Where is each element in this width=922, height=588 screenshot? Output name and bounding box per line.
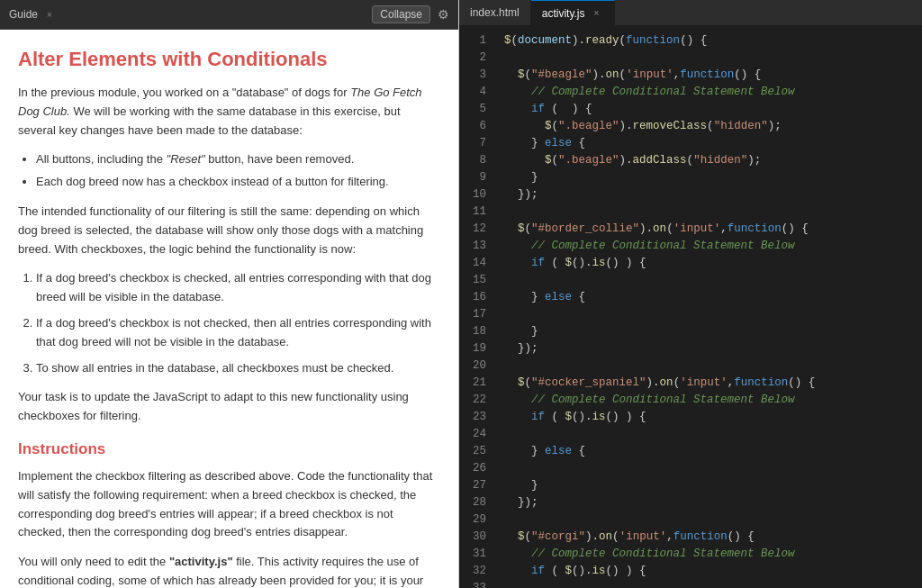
tab-activity-js[interactable]: activity.js × [531,0,615,25]
guide-intro2: The intended functionality of our filter… [18,203,440,258]
editor-tab-bar: index.html activity.js × [459,0,922,25]
code-editor[interactable]: 12345 678910 1112131415 1617181920 21222… [459,25,922,588]
edit-note: You will only need to edit the "activity… [18,553,440,588]
guide-tab-close[interactable]: × [43,8,56,21]
line-numbers: 12345 678910 1112131415 1617181920 21222… [459,25,495,588]
activity-tab-close[interactable]: × [591,7,603,20]
tab-index-html[interactable]: index.html [459,0,531,25]
code-content: $(document).ready(function() { $("#beagl… [495,25,922,588]
guide-outro: Your task is to update the JavaScript to… [18,388,440,426]
guide-title: Alter Elements with Conditionals [18,48,440,71]
guide-intro1: In the previous module, you worked on a … [18,84,440,140]
instructions-body: Implement the checkbox filtering as desc… [18,467,440,542]
gear-icon[interactable]: ⚙ [438,7,449,22]
guide-steps: If a dog breed's checkbox is checked, al… [36,269,440,377]
instructions-heading: Instructions [18,440,440,458]
collapse-button[interactable]: Collapse [372,5,430,23]
guide-bullets: All buttons, including the "Reset" butto… [36,150,440,192]
guide-tab-label[interactable]: Guide [9,8,38,21]
